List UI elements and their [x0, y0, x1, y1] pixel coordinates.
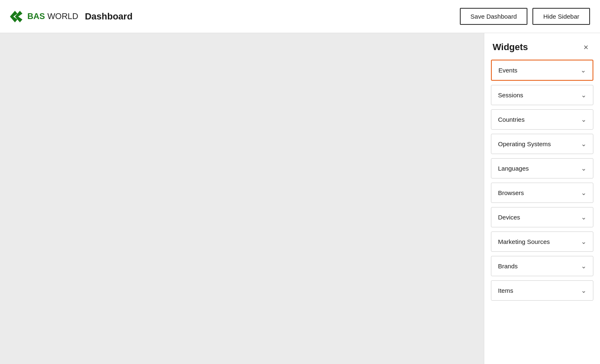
chevron-down-icon-brands: ⌄ [581, 262, 586, 270]
widget-label-operating-systems: Operating Systems [498, 140, 551, 147]
widgets-sidebar: Widgets × Events⌄Sessions⌄Countries⌄Oper… [484, 33, 600, 364]
widget-label-browsers: Browsers [498, 189, 524, 196]
save-dashboard-button[interactable]: Save Dashboard [460, 8, 528, 25]
widget-item-devices[interactable]: Devices⌄ [491, 207, 593, 227]
widget-item-events[interactable]: Events⌄ [491, 60, 593, 81]
logo-text-world: WORLD [47, 12, 78, 21]
chevron-down-icon-items: ⌄ [581, 287, 586, 294]
chevron-down-icon-languages: ⌄ [581, 164, 586, 172]
widget-item-sessions[interactable]: Sessions⌄ [491, 85, 593, 105]
close-sidebar-button[interactable]: × [580, 41, 592, 53]
chevron-down-icon-countries: ⌄ [581, 116, 586, 123]
dashboard-area [0, 33, 484, 364]
widget-label-devices: Devices [498, 214, 520, 221]
sidebar-header: Widgets × [484, 33, 600, 60]
widget-item-brands[interactable]: Brands⌄ [491, 256, 593, 276]
widget-item-browsers[interactable]: Browsers⌄ [491, 183, 593, 203]
header: BAS WORLD Dashboard Save Dashboard Hide … [0, 0, 600, 33]
widget-label-languages: Languages [498, 165, 529, 172]
chevron-down-icon-operating-systems: ⌄ [581, 140, 586, 148]
widget-item-operating-systems[interactable]: Operating Systems⌄ [491, 134, 593, 154]
widget-item-countries[interactable]: Countries⌄ [491, 109, 593, 130]
sidebar-title: Widgets [493, 42, 528, 53]
chevron-down-icon-marketing-sources: ⌄ [581, 238, 586, 246]
header-right: Save Dashboard Hide Sidebar [460, 8, 590, 25]
hide-sidebar-button[interactable]: Hide Sidebar [532, 8, 590, 25]
widget-item-marketing-sources[interactable]: Marketing Sources⌄ [491, 231, 593, 252]
widget-item-items[interactable]: Items⌄ [491, 280, 593, 301]
logo-text-bas: BAS [27, 12, 45, 21]
chevron-down-icon-browsers: ⌄ [581, 189, 586, 197]
chevron-down-icon-events: ⌄ [581, 66, 586, 74]
widget-label-events: Events [498, 67, 517, 74]
header-left: BAS WORLD Dashboard [10, 11, 133, 22]
main-layout: Widgets × Events⌄Sessions⌄Countries⌄Oper… [0, 33, 600, 364]
widget-label-marketing-sources: Marketing Sources [498, 238, 550, 245]
widget-item-languages[interactable]: Languages⌄ [491, 158, 593, 178]
logo: BAS WORLD [10, 11, 78, 22]
page-title: Dashboard [85, 11, 133, 22]
chevron-down-icon-devices: ⌄ [581, 213, 586, 221]
widgets-list: Events⌄Sessions⌄Countries⌄Operating Syst… [484, 60, 600, 364]
logo-icon [10, 11, 25, 22]
widget-label-countries: Countries [498, 116, 525, 123]
widget-label-sessions: Sessions [498, 92, 523, 99]
widget-label-brands: Brands [498, 263, 518, 270]
chevron-down-icon-sessions: ⌄ [581, 91, 586, 99]
widget-label-items: Items [498, 287, 513, 294]
